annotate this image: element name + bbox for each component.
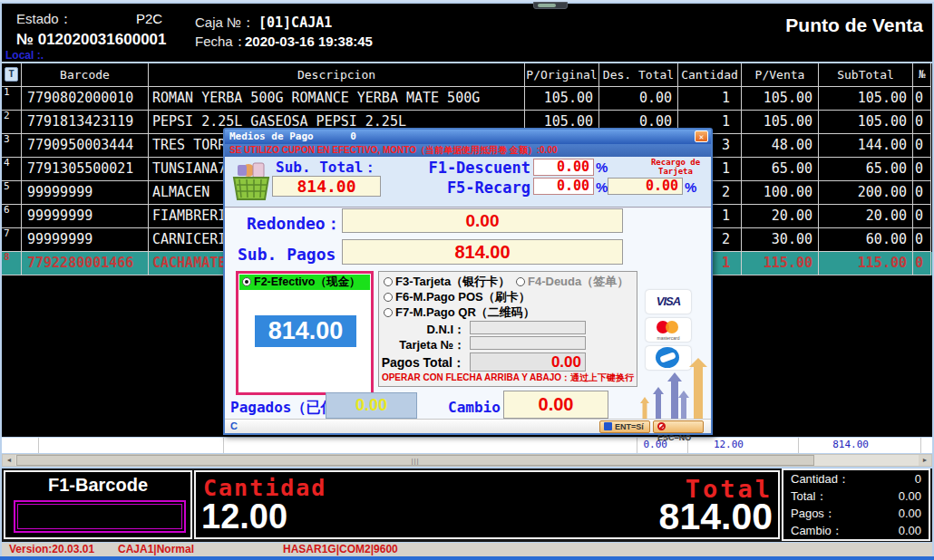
option-f7-mpago-qr[interactable]: F7-M.Pago QR（二维码） [381, 304, 535, 321]
quantity-total-panel: Cantidad 12.00 Total 814.00 [194, 470, 780, 539]
barcode-input[interactable] [14, 500, 186, 533]
dialog-title-count: 0 [350, 130, 356, 142]
cell-subtotal: 60.00 [819, 228, 913, 252]
filter-icon[interactable]: T [5, 67, 18, 82]
header-cell: Cantidad [678, 63, 742, 87]
fecha-value: 2020-03-16 19:38:45 [245, 34, 373, 49]
cell-pventa: 48.00 [742, 134, 819, 158]
radio-icon[interactable] [384, 308, 393, 317]
header-cell: Descripcion [149, 63, 525, 87]
version-text: Version:20.03.01 [9, 543, 94, 555]
dialog-title-bar[interactable]: Medios de Pago 0 ✕ [225, 130, 711, 144]
pos-window: Estado： P2C № 012020031600001 Caja №： [0… [0, 0, 934, 560]
tarjeta-label: Tarjeta №： [379, 337, 465, 353]
option-f6-mpago-pos[interactable]: F6-M.Pago POS（刷卡） [381, 289, 530, 305]
close-icon[interactable]: ✕ [695, 130, 708, 142]
panel-total-label: Total： [791, 488, 827, 505]
cell-barcode: 7791305500021 [22, 158, 149, 181]
dialog-footer: C ENT=Sí ESC=NO [225, 419, 711, 433]
cell-barcode: 7792280001466 [22, 252, 149, 275]
percent-sign: % [596, 159, 608, 175]
cancel-icon [657, 422, 666, 430]
radio-selected-icon[interactable] [242, 277, 251, 286]
horizontal-scrollbar[interactable]: ◄ ||| ► [2, 454, 932, 467]
header-cell: P/Venta [742, 63, 819, 87]
recargo-tarjeta-field[interactable]: 0.00 [608, 178, 683, 195]
scroll-right-icon[interactable]: ► [919, 455, 931, 466]
recargo-tarjeta-label: Recargo de Tarjeta [635, 158, 716, 176]
dni-label: D.N.I： [379, 322, 465, 338]
cell-no: 0 [913, 111, 931, 134]
header-cell: Barcode [22, 63, 149, 87]
row-number: 1 [2, 87, 21, 98]
barcode-panel-title: F1-Barcode [5, 475, 190, 496]
sub-total-label: Sub. Total： [276, 159, 377, 178]
barcode-panel: F1-Barcode [4, 470, 192, 539]
cell-pventa: 30.00 [742, 228, 819, 252]
cell-no: 0 [913, 158, 931, 181]
cell-pventa: 100.00 [742, 181, 819, 205]
option-f3-label: F3-Tarjeta（银行卡） [395, 275, 510, 288]
barcode-input-inner-border [17, 504, 182, 529]
table-row[interactable]: 1 7790802000010 ROMAN YERBA 500G ROMANCE… [2, 87, 932, 111]
cell-subtotal: 20.00 [819, 205, 913, 228]
f5-recargo-field[interactable]: 0.00 [533, 178, 594, 195]
table-header-row: T Barcode Descripcion P/Original Des. To… [2, 63, 932, 87]
summary-subtotal: 814.00 [832, 439, 869, 450]
dni-field[interactable] [470, 321, 586, 334]
cantidad-value: 12.00 [201, 497, 287, 536]
sub-pagos-label: Sub. Pagos： [238, 244, 352, 266]
cell-no: 0 [913, 228, 931, 252]
cell-no: 0 [913, 134, 931, 158]
efectivo-option[interactable]: F2-Efectivo（现金） [239, 275, 370, 290]
radio-icon[interactable] [384, 293, 393, 302]
row-number: 4 [2, 158, 21, 169]
payment-options-box: F3-Tarjeta（银行卡） F4-Deuda（签单） F6-M.Pago P… [378, 271, 637, 387]
header-cell-filter: T [2, 63, 22, 87]
header-cell: Des. Total [599, 63, 678, 87]
cell-subtotal: 105.00 [819, 111, 913, 134]
option-f3-tarjeta[interactable]: F3-Tarjeta（银行卡） [381, 274, 510, 290]
cell-subtotal: 200.00 [819, 181, 913, 205]
panel-pagos-label: Pagos： [791, 505, 836, 522]
ent-si-button[interactable]: ENT=Sí [599, 420, 650, 433]
efectivo-option-label: F2-Efectivo（现金） [254, 275, 360, 288]
cambio-value: 0.00 [503, 391, 608, 419]
tarjeta-field[interactable] [470, 336, 586, 350]
redondeo-value: 0.00 [342, 208, 623, 233]
local-label: Local :. [5, 49, 44, 62]
scroll-left-icon[interactable]: ◄ [3, 455, 15, 466]
esc-button-label: ESC=NO [657, 433, 691, 442]
row-number: 6 [2, 205, 21, 216]
panel-total-value: 0.00 [899, 488, 921, 505]
caja-status-text: CAJA1|Normal [118, 543, 194, 555]
window-bottom-border [0, 556, 934, 560]
pagados-value: 0.00 [326, 392, 417, 419]
option-f4-deuda[interactable]: F4-Deuda（签单） [513, 274, 628, 290]
option-f6-label: F6-M.Pago POS（刷卡） [395, 290, 530, 304]
caja-value: [01]CAJA1 [258, 14, 332, 31]
cell-pventa: 20.00 [742, 205, 819, 228]
esc-no-button[interactable]: ESC=NO [653, 420, 704, 433]
cell-pventa: 115.00 [742, 252, 819, 275]
radio-icon[interactable] [384, 277, 393, 286]
panel-cambio-label: Cambio： [791, 522, 843, 539]
cell-no: 0 [913, 205, 931, 228]
option-f7-label: F7-M.Pago QR（二维码） [395, 305, 535, 319]
row-number: 5 [2, 181, 21, 192]
sub-total-value: 814.00 [272, 176, 381, 197]
status-bar: Version:20.03.01 CAJA1|Normal HASAR1G|CO… [2, 543, 932, 556]
cell-pventa: 105.00 [742, 111, 819, 134]
cell-subtotal: 105.00 [819, 87, 913, 111]
save-icon [604, 422, 612, 430]
mastercard-logo: mastercard [646, 318, 691, 342]
panel-cambio-value: 0.00 [899, 522, 921, 539]
window-control-button[interactable] [533, 2, 568, 9]
panel-cantidad-label: Cantidad： [791, 470, 850, 488]
efectivo-amount-input[interactable]: 814.00 [255, 315, 356, 347]
ticket-number: № 012020031600001 [16, 31, 167, 49]
radio-icon[interactable] [516, 277, 525, 286]
f1-descuento-field[interactable]: 0.00 [533, 159, 594, 176]
scrollbar-thumb[interactable]: ||| [16, 455, 814, 466]
footer-c-indicator: C [230, 420, 238, 431]
